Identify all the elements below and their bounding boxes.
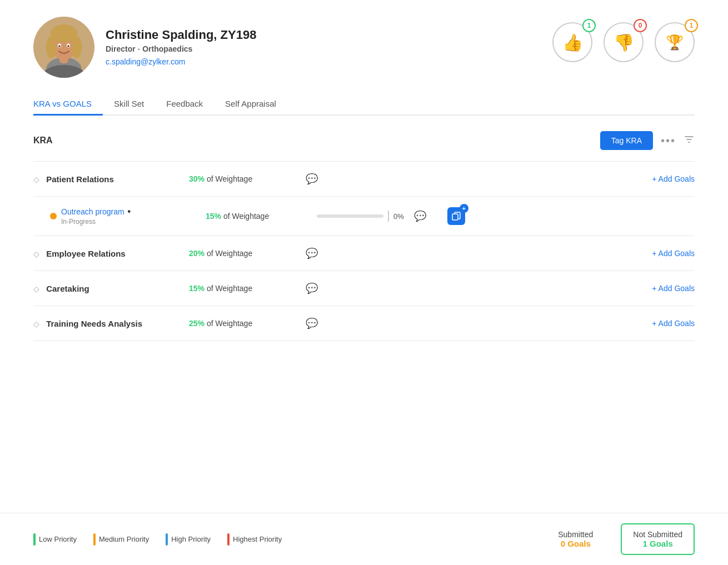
thumbsup-count: 1 <box>582 19 596 32</box>
legend-bar-medium <box>93 533 96 546</box>
star-badge: 🏆 1 <box>655 22 695 62</box>
thumbsup-circle: 👍 1 <box>552 22 592 62</box>
kra-weightage-employee-relations: 20% of Weightage <box>189 249 300 258</box>
svg-point-9 <box>58 45 61 47</box>
user-name: Christine Spalding, ZY198 <box>106 28 256 42</box>
kra-weightage-training-needs: 25% of Weightage <box>189 319 300 328</box>
user-email[interactable]: c.spalding@zylker.com <box>106 57 185 66</box>
kra-weightage-outreach: 15% of Weightage <box>206 212 317 221</box>
kra-name-caretaking: ◇ Caretaking <box>33 284 189 293</box>
legend-highest: Highest Priority <box>227 533 282 546</box>
not-submitted-box: Not Submitted 1 Goals <box>621 523 695 555</box>
header-left: Christine Spalding, ZY198 Director - Ort… <box>33 17 256 78</box>
comment-icon-training[interactable]: 💬 <box>306 317 318 329</box>
svg-point-5 <box>46 36 56 58</box>
submitted-label: Submitted <box>558 530 593 539</box>
tab-skill-set[interactable]: Skill Set <box>103 93 155 116</box>
kra-name-employee-relations: ◇ Employee Relations <box>33 249 189 258</box>
kra-progress-training-needs: 💬 <box>300 317 652 329</box>
copy-icon[interactable]: + <box>447 207 465 225</box>
kra-header: KRA Tag KRA ••• <box>33 131 695 150</box>
star-count: 1 <box>685 19 698 32</box>
header: Christine Spalding, ZY198 Director - Ort… <box>33 17 695 78</box>
avatar <box>33 17 94 78</box>
tab-self-appraisal[interactable]: Self Appraisal <box>214 93 287 116</box>
kra-table: ◇ Patient Relations 30% of Weightage 💬 +… <box>33 161 695 341</box>
kra-weightage-caretaking: 15% of Weightage <box>189 284 300 293</box>
legend-high-label: High Priority <box>171 535 211 543</box>
submitted-count: 0 Goals <box>558 539 593 548</box>
kra-progress-employee-relations: 💬 <box>300 247 652 259</box>
comment-icon-employee[interactable]: 💬 <box>306 247 318 259</box>
comment-icon-outreach[interactable]: 💬 <box>414 210 426 222</box>
sort-icon-4: ◇ <box>33 319 39 328</box>
legend-bar-highest <box>227 533 230 546</box>
thumbsdown-count: 0 <box>634 19 647 32</box>
legend-medium-label: Medium Priority <box>99 535 149 543</box>
kra-name-patient-relations: ◇ Patient Relations <box>33 174 189 184</box>
comment-icon[interactable]: 💬 <box>306 173 318 185</box>
svg-point-6 <box>72 36 82 58</box>
svg-rect-12 <box>452 214 458 220</box>
progress-bar <box>317 214 383 218</box>
kra-section: KRA Tag KRA ••• ◇ Patient Relations <box>33 131 695 341</box>
add-goals-training-needs[interactable]: + Add Goals <box>652 319 695 328</box>
thumbsdown-circle: 👎 0 <box>604 22 644 62</box>
kra-title: KRA <box>33 136 53 146</box>
thumbsup-icon: 👍 <box>562 33 583 52</box>
filter-icon[interactable] <box>684 134 695 148</box>
sort-icon-3: ◇ <box>33 284 39 293</box>
comment-icon-caretaking[interactable]: 💬 <box>306 282 318 294</box>
thumbsdown-badge: 👎 0 <box>604 22 644 62</box>
user-role: Director - Orthopaedics <box>106 44 256 53</box>
thumbsdown-icon: 👎 <box>614 33 634 52</box>
tab-kra-goals[interactable]: KRA vs GOALS <box>33 93 103 116</box>
progress-pct: 0% <box>393 212 404 221</box>
add-goals-employee-relations[interactable]: + Add Goals <box>652 249 695 258</box>
legend-bar-high <box>166 533 168 546</box>
outreach-program-status: In-Progress <box>61 218 134 226</box>
kra-progress-outreach: 0% 💬 + <box>317 207 695 225</box>
thumbsup-badge: 👍 1 <box>552 22 592 62</box>
kra-row-employee-relations: ◇ Employee Relations 20% of Weightage 💬 … <box>33 236 695 271</box>
kra-row-caretaking: ◇ Caretaking 15% of Weightage 💬 + Add Go… <box>33 271 695 306</box>
kra-progress-patient-relations: 💬 <box>300 173 652 185</box>
tag-kra-button[interactable]: Tag KRA <box>600 131 653 150</box>
legend-highest-label: Highest Priority <box>233 535 282 543</box>
sub-name: Outreach program • In-Progress <box>61 207 134 226</box>
badges: 👍 1 👎 0 🏆 1 <box>552 22 695 62</box>
sort-icon: ◇ <box>33 175 39 184</box>
legend-bar-low <box>33 533 36 546</box>
kra-actions: Tag KRA ••• <box>600 131 695 150</box>
legend-low-label: Low Priority <box>39 535 77 543</box>
copy-icon-plus: + <box>460 204 468 213</box>
legend-low: Low Priority <box>33 533 77 546</box>
outreach-program-link[interactable]: Outreach program <box>61 207 124 216</box>
kra-weightage-patient-relations: 30% of Weightage <box>189 174 300 183</box>
sort-icon-2: ◇ <box>33 249 39 258</box>
kra-progress-caretaking: 💬 <box>300 282 652 294</box>
star-icon: 🏆 <box>666 34 684 51</box>
svg-point-10 <box>67 45 69 47</box>
more-options-icon[interactable]: ••• <box>661 134 676 147</box>
not-submitted-count: 1 Goals <box>633 539 682 548</box>
legend-medium: Medium Priority <box>93 533 149 546</box>
sub-row-left: Outreach program • In-Progress <box>50 207 206 226</box>
legend-high: High Priority <box>166 533 211 546</box>
kra-row-training-needs: ◇ Training Needs Analysis 25% of Weighta… <box>33 306 695 341</box>
submitted-box: Submitted 0 Goals <box>547 524 604 554</box>
status-dot-orange <box>50 213 57 219</box>
footer: Low Priority Medium Priority High Priori… <box>0 513 728 565</box>
kra-name-training-needs: ◇ Training Needs Analysis <box>33 319 189 328</box>
not-submitted-label: Not Submitted <box>633 530 682 539</box>
star-circle: 🏆 1 <box>655 22 695 62</box>
tab-feedback[interactable]: Feedback <box>155 93 214 116</box>
add-goals-patient-relations[interactable]: + Add Goals <box>652 174 695 183</box>
kra-row-patient-relations: ◇ Patient Relations 30% of Weightage 💬 +… <box>33 162 695 197</box>
add-goals-caretaking[interactable]: + Add Goals <box>652 284 695 293</box>
kra-row-outreach-program: Outreach program • In-Progress 15% of We… <box>33 197 695 236</box>
user-info: Christine Spalding, ZY198 Director - Ort… <box>106 28 256 67</box>
tab-bar: KRA vs GOALS Skill Set Feedback Self App… <box>33 93 695 116</box>
progress-divider <box>388 211 389 222</box>
